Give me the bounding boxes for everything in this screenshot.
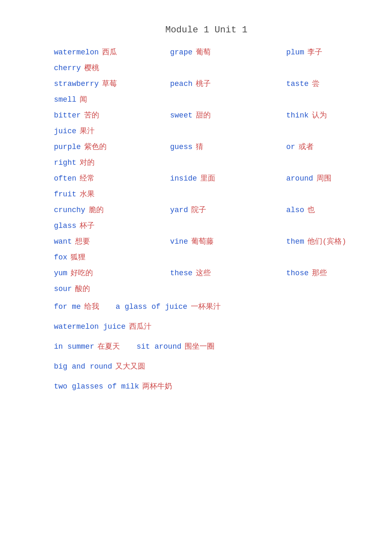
- vocab-item: plum李子: [286, 47, 322, 57]
- vocab-zh: 紫色的: [84, 142, 107, 152]
- vocab-zh: 经常: [80, 173, 95, 183]
- vocab-row-row15: yum好吃的these这些those那些: [54, 268, 359, 278]
- vocab-zh: 想要: [75, 236, 90, 246]
- vocab-item: around周围: [286, 173, 331, 183]
- vocab-row-row9: often经常inside里面around周围: [54, 173, 359, 183]
- vocab-item: yum好吃的: [54, 268, 170, 278]
- vocab-zh: 院子: [191, 205, 206, 215]
- vocab-zh: 或者: [299, 142, 314, 152]
- phrase-en: watermelon juice: [54, 323, 126, 331]
- vocab-item: taste尝: [286, 78, 319, 88]
- vocab-zh: 甜的: [196, 110, 211, 120]
- vocab-en: glass: [54, 222, 76, 230]
- vocab-row-row11: crunchy脆的yard院子also也: [54, 205, 359, 215]
- vocab-item: right对的: [54, 157, 95, 167]
- phrase-zh2: 围坐一圈: [185, 342, 214, 351]
- phrase-en: for me: [54, 303, 81, 311]
- vocab-item: smell闻: [54, 94, 87, 104]
- phrase-zh: 给我: [84, 303, 99, 311]
- vocab-item: bitter苦的: [54, 110, 170, 120]
- vocab-en: vine: [170, 237, 188, 246]
- vocab-zh: 水果: [80, 189, 95, 199]
- vocab-item: purple紫色的: [54, 142, 170, 152]
- vocab-item: glass杯子: [54, 220, 95, 230]
- phrase-row: in summer在夏天sit around围坐一圈: [54, 339, 359, 354]
- vocab-row-row12: glass杯子: [54, 220, 359, 230]
- vocab-item: watermelon西瓜: [54, 47, 170, 57]
- vocab-en: want: [54, 237, 72, 246]
- vocab-zh: 这些: [196, 268, 211, 278]
- vocab-en: think: [286, 111, 309, 120]
- vocab-item: want想要: [54, 236, 170, 246]
- phrase-zh2: 一杯果汁: [191, 303, 221, 311]
- vocab-en: inside: [170, 174, 197, 183]
- vocab-item: those那些: [286, 268, 327, 278]
- vocab-item: inside里面: [170, 173, 286, 183]
- title: Module 1 Unit 1: [54, 25, 359, 35]
- vocab-en: right: [54, 159, 76, 167]
- vocab-en: yum: [54, 269, 67, 277]
- phrase-en2: sit around: [136, 342, 181, 351]
- vocab-en: around: [286, 174, 313, 183]
- vocab-en: bitter: [54, 111, 81, 120]
- phrase-row: for me给我a glass of juice一杯果汁: [54, 299, 359, 314]
- phrase-item: sit around围坐一圈: [136, 339, 214, 354]
- vocab-zh: 猜: [196, 142, 203, 152]
- vocab-item: yard院子: [170, 205, 286, 215]
- phrase-item: two glasses of milk两杯牛奶: [54, 379, 172, 394]
- phrase-row: two glasses of milk两杯牛奶: [54, 379, 359, 394]
- vocab-item: vine葡萄藤: [170, 236, 286, 246]
- vocab-zh: 李子: [307, 47, 322, 57]
- vocab-en: strawberry: [54, 80, 99, 88]
- vocab-en: fox: [54, 253, 67, 262]
- vocab-row-row8: right对的: [54, 157, 359, 167]
- vocab-row-row1: watermelon西瓜grape葡萄plum李子: [54, 47, 359, 57]
- vocab-zh: 认为: [312, 110, 327, 120]
- vocab-item: think认为: [286, 110, 327, 120]
- vocab-row-row6: juice果汁: [54, 126, 359, 136]
- vocab-en: often: [54, 174, 76, 183]
- vocab-en: or: [286, 143, 295, 151]
- vocab-en: purple: [54, 143, 81, 151]
- phrase-zh: 两杯牛奶: [142, 382, 172, 391]
- vocab-en: watermelon: [54, 48, 99, 56]
- phrase-item: big and round又大又圆: [54, 359, 145, 374]
- phrase-en: two glasses of milk: [54, 382, 139, 391]
- vocab-item: guess猜: [170, 142, 286, 152]
- vocab-item: grape葡萄: [170, 47, 286, 57]
- vocab-row-row14: fox狐狸: [54, 252, 359, 262]
- vocab-item: strawberry草莓: [54, 78, 170, 88]
- vocab-row-row3: strawberry草莓peach桃子taste尝: [54, 78, 359, 88]
- vocab-zh: 西瓜: [102, 47, 117, 57]
- vocab-en: yard: [170, 206, 188, 214]
- phrase-en: in summer: [54, 342, 94, 351]
- vocab-en: peach: [170, 80, 192, 88]
- vocab-en: them: [286, 237, 304, 246]
- phrase-item: watermelon juice西瓜汁: [54, 319, 151, 334]
- vocab-zh: 苦的: [84, 110, 99, 120]
- vocab-row-row16: sour酸的: [54, 284, 359, 293]
- vocab-en: smell: [54, 95, 76, 104]
- vocab-zh: 周围: [317, 173, 331, 183]
- vocab-item: fruit水果: [54, 189, 95, 199]
- vocab-zh: 果汁: [80, 126, 95, 136]
- vocab-zh: 那些: [312, 268, 327, 278]
- vocab-item: or或者: [286, 142, 314, 152]
- phrase-row: watermelon juice西瓜汁: [54, 319, 359, 334]
- vocab-en: also: [286, 206, 304, 214]
- vocab-en: plum: [286, 48, 304, 56]
- vocab-zh: 杯子: [80, 220, 95, 230]
- vocab-en: crunchy: [54, 206, 85, 214]
- phrase-en: big and round: [54, 362, 112, 371]
- phrase-en2: a glass of juice: [116, 303, 187, 311]
- vocab-en: guess: [170, 143, 192, 151]
- vocab-en: those: [286, 269, 309, 277]
- vocab-en: juice: [54, 127, 76, 135]
- vocab-zh: 草莓: [102, 78, 117, 88]
- vocab-en: sweet: [170, 111, 192, 120]
- vocab-row-row2: cherry樱桃: [54, 63, 359, 73]
- vocab-item: cherry樱桃: [54, 63, 99, 73]
- vocab-item: sour酸的: [54, 284, 90, 293]
- vocab-zh: 桃子: [196, 78, 211, 88]
- vocab-en: grape: [170, 48, 192, 56]
